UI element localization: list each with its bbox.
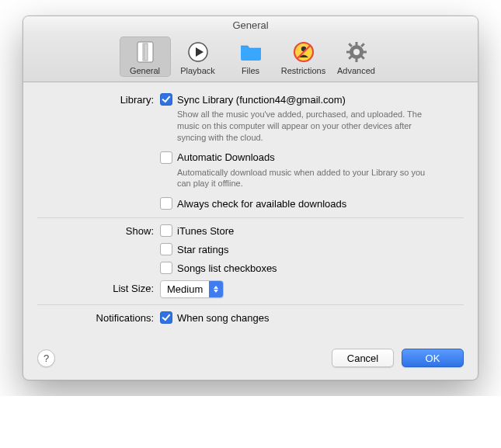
tab-label: Advanced (337, 66, 375, 75)
show-label: Show: (37, 224, 160, 276)
divider (37, 217, 464, 218)
song-changes-checkbox[interactable] (160, 311, 172, 324)
always-check-checkbox[interactable] (160, 197, 172, 210)
automatic-downloads-desc: Automatically download music when added … (177, 167, 426, 190)
notifications-label: Notifications: (37, 311, 160, 325)
sync-library-label: Sync Library (function44@gmail.com) (177, 94, 346, 106)
tab-label: Files (242, 66, 259, 75)
star-ratings-label: Star ratings (177, 244, 228, 255)
restrictions-icon (291, 40, 316, 64)
window-title: General (232, 19, 268, 31)
tab-general[interactable]: General (120, 36, 171, 77)
sync-library-checkbox[interactable] (160, 93, 172, 106)
titlebar: General (23, 16, 478, 33)
list-size-label: List Size: (37, 280, 160, 298)
select-arrows-icon (209, 281, 223, 297)
footer: ? Cancel OK (23, 339, 478, 380)
automatic-downloads-checkbox[interactable] (160, 151, 172, 164)
song-changes-label: When song changes (177, 312, 270, 324)
songs-list-checkboxes-checkbox[interactable] (160, 262, 172, 274)
sync-library-desc: Show all the music you've added, purchas… (177, 109, 426, 144)
content: Library: Sync Library (function44@gmail.… (23, 82, 478, 339)
tab-label: General (130, 66, 160, 75)
cancel-label: Cancel (347, 352, 378, 364)
divider (37, 304, 464, 305)
automatic-downloads-label: Automatic Downloads (177, 151, 275, 163)
svg-rect-10 (355, 42, 357, 46)
svg-rect-14 (348, 43, 353, 47)
always-check-label: Always check for available downloads (177, 198, 346, 210)
tab-label: Playback (180, 66, 215, 75)
preferences-window: General General Playback (23, 16, 478, 380)
advanced-icon (344, 40, 369, 64)
ok-button[interactable]: OK (402, 349, 464, 367)
svg-rect-2 (143, 43, 145, 61)
files-icon (238, 40, 263, 64)
library-label: Library: (37, 93, 160, 211)
playback-icon (186, 40, 210, 64)
svg-rect-11 (355, 58, 357, 62)
list-size-value: Medium (161, 281, 209, 297)
help-icon: ? (43, 352, 49, 364)
tab-restrictions[interactable]: Restrictions (278, 36, 329, 77)
ok-label: OK (426, 352, 440, 364)
toolbar: General Playback Files (23, 33, 478, 82)
general-icon (133, 40, 158, 64)
tab-label: Restrictions (281, 66, 325, 75)
svg-rect-13 (363, 51, 367, 54)
svg-point-18 (353, 49, 360, 55)
star-ratings-checkbox[interactable] (160, 243, 172, 255)
help-button[interactable]: ? (37, 349, 55, 367)
itunes-store-checkbox[interactable] (160, 224, 172, 237)
tab-files[interactable]: Files (225, 36, 277, 77)
svg-rect-16 (360, 43, 365, 47)
cancel-button[interactable]: Cancel (332, 349, 394, 367)
svg-rect-12 (346, 51, 350, 54)
tab-advanced[interactable]: Advanced (331, 36, 382, 77)
songs-list-checkboxes-label: Songs list checkboxes (177, 262, 277, 274)
itunes-store-label: iTunes Store (177, 225, 234, 237)
list-size-select[interactable]: Medium (160, 280, 224, 298)
tab-playback[interactable]: Playback (172, 36, 224, 77)
